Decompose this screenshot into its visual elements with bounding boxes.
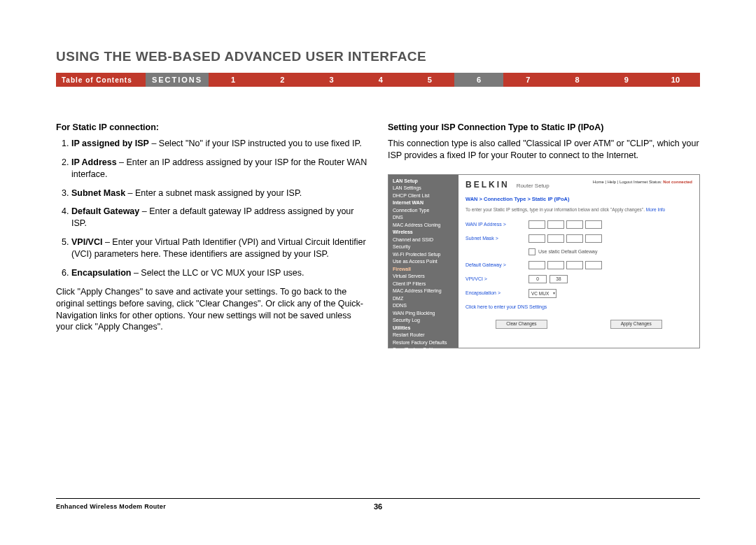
sidebar-item[interactable]: Internet WAN bbox=[393, 199, 454, 207]
sidebar-item[interactable]: Utilities bbox=[393, 325, 454, 332]
section-link-2[interactable]: 2 bbox=[258, 73, 307, 87]
wan-ip-octet[interactable] bbox=[566, 220, 583, 229]
section-link-3[interactable]: 3 bbox=[307, 73, 356, 87]
sidebar-item[interactable]: Wireless bbox=[393, 229, 454, 236]
sidebar-item[interactable]: Wi-Fi Protected Setup bbox=[393, 251, 454, 259]
section-link-7[interactable]: 7 bbox=[503, 73, 552, 87]
router-main: BELKIN Router Setup Home | Help | Logout… bbox=[458, 175, 699, 348]
wan-ip-octet[interactable] bbox=[528, 220, 545, 229]
right-heading: Setting your ISP Connection Type to Stat… bbox=[388, 122, 700, 134]
gateway-label: Default Gateway > bbox=[465, 262, 528, 268]
more-info-link[interactable]: More Info bbox=[646, 207, 665, 212]
sidebar-item[interactable]: Firewall bbox=[393, 266, 454, 274]
vpi-input[interactable]: 0 bbox=[528, 275, 547, 283]
section-link-8[interactable]: 8 bbox=[552, 73, 601, 87]
internet-status: Not connected bbox=[663, 180, 692, 184]
sidebar-item[interactable]: LAN Settings bbox=[393, 185, 454, 192]
instruction-item: VPI/VCI – Enter your Virtual Path Identi… bbox=[71, 236, 368, 260]
right-column: Setting your ISP Connection Type to Stat… bbox=[388, 122, 700, 348]
sidebar-item[interactable]: MAC Address Cloning bbox=[393, 222, 454, 229]
sidebar-item[interactable]: DMZ bbox=[393, 295, 454, 303]
subnet-octet[interactable] bbox=[566, 234, 583, 243]
instruction-item: Encapsulation – Select the LLC or VC MUX… bbox=[71, 267, 368, 279]
page-footer: Enhanced Wireless Modem Router 36 bbox=[56, 498, 700, 510]
left-after-text: Click "Apply Changes" to save and activa… bbox=[56, 286, 368, 334]
gateway-octet[interactable] bbox=[566, 261, 583, 269]
instruction-text: To enter your Static IP settings, type i… bbox=[465, 207, 692, 213]
subnet-octet[interactable] bbox=[585, 234, 602, 243]
static-gateway-checkbox[interactable] bbox=[528, 248, 536, 255]
sidebar-item[interactable]: Security bbox=[393, 243, 454, 251]
sidebar-item[interactable]: Restore Previous Settings bbox=[393, 354, 454, 362]
left-heading: For Static IP connection: bbox=[56, 122, 368, 134]
sidebar-item[interactable]: Virtual Servers bbox=[393, 273, 454, 281]
breadcrumb: WAN > Connection Type > Static IP (IPoA) bbox=[465, 196, 692, 203]
sidebar-item[interactable]: Save/Backup Settings bbox=[393, 346, 454, 354]
sidebar-item[interactable]: Use as Access Point bbox=[393, 258, 454, 266]
top-right-links[interactable]: Home | Help | Logout Internet Status: No… bbox=[593, 179, 692, 185]
section-navbar: Table of Contents SECTIONS 12345678910 bbox=[56, 73, 700, 87]
sidebar-item[interactable]: MAC Address Filtering bbox=[393, 288, 454, 295]
sidebar-item[interactable]: Firmware Update bbox=[393, 361, 454, 369]
sidebar-item[interactable]: DHCP Client List bbox=[393, 192, 454, 200]
section-link-1[interactable]: 1 bbox=[209, 73, 258, 87]
toc-link[interactable]: Table of Contents bbox=[56, 76, 146, 84]
page-title: USING THE WEB-BASED ADVANCED USER INTERF… bbox=[56, 49, 700, 64]
wan-ip-octet[interactable] bbox=[547, 220, 564, 229]
static-gateway-label: Use static Default Gateway bbox=[538, 248, 597, 255]
page-number: 36 bbox=[374, 502, 382, 511]
sidebar-item[interactable]: DDNS bbox=[393, 302, 454, 310]
sidebar-item[interactable]: Restore Factory Defaults bbox=[393, 339, 454, 347]
instruction-item: IP Address – Enter an IP address assigne… bbox=[71, 157, 368, 181]
gateway-octet[interactable] bbox=[528, 261, 545, 269]
instruction-item: Default Gateway – Enter a default gatewa… bbox=[71, 206, 368, 229]
section-link-4[interactable]: 4 bbox=[356, 73, 405, 87]
section-link-6[interactable]: 6 bbox=[454, 73, 503, 87]
router-sidebar: LAN SetupLAN SettingsDHCP Client ListInt… bbox=[388, 175, 458, 348]
left-column: For Static IP connection: IP assigned by… bbox=[56, 122, 368, 348]
encap-label: Encapsulation > bbox=[465, 290, 528, 296]
right-body: This connection type is also called "Cla… bbox=[388, 138, 700, 162]
sidebar-item[interactable]: Channel and SSID bbox=[393, 236, 454, 244]
sidebar-item[interactable]: WAN Ping Blocking bbox=[393, 310, 454, 318]
sidebar-item[interactable]: Client IP Filters bbox=[393, 281, 454, 288]
sidebar-item[interactable]: System Settings bbox=[393, 369, 454, 376]
clear-changes-button[interactable]: Clear Changes bbox=[496, 320, 547, 329]
router-screenshot: LAN SetupLAN SettingsDHCP Client ListInt… bbox=[388, 174, 700, 348]
gateway-octet[interactable] bbox=[547, 261, 564, 269]
brand-logo: BELKIN bbox=[465, 180, 510, 190]
wan-ip-label: WAN IP Address > bbox=[465, 221, 528, 227]
instruction-item: Subnet Mask – Enter a subnet mask assign… bbox=[71, 187, 368, 199]
footer-product: Enhanced Wireless Modem Router bbox=[56, 503, 166, 510]
subnet-octet[interactable] bbox=[528, 234, 545, 243]
sections-label: SECTIONS bbox=[146, 73, 209, 87]
apply-changes-button[interactable]: Apply Changes bbox=[610, 320, 662, 329]
sidebar-item[interactable]: Restart Router bbox=[393, 332, 454, 339]
sidebar-item[interactable]: Connection Type bbox=[393, 207, 454, 215]
vci-input[interactable]: 38 bbox=[550, 275, 568, 283]
sidebar-item[interactable]: DNS bbox=[393, 214, 454, 222]
brand-subtitle: Router Setup bbox=[517, 183, 550, 190]
vpivci-label: VPI/VCI > bbox=[465, 276, 528, 282]
section-link-9[interactable]: 9 bbox=[602, 73, 651, 87]
subnet-octet[interactable] bbox=[547, 234, 564, 243]
gateway-octet[interactable] bbox=[585, 261, 602, 269]
wan-ip-octet[interactable] bbox=[585, 220, 602, 229]
section-link-5[interactable]: 5 bbox=[405, 73, 454, 87]
sidebar-item[interactable]: LAN Setup bbox=[393, 178, 454, 185]
section-link-10[interactable]: 10 bbox=[651, 73, 700, 87]
instruction-item: IP assigned by ISP – Select "No" if your… bbox=[71, 138, 368, 150]
dns-link[interactable]: Click here to enter your DNS Settings bbox=[465, 304, 692, 310]
subnet-label: Subnet Mask > bbox=[465, 235, 528, 241]
encap-select[interactable]: VC MUX bbox=[528, 289, 556, 298]
sidebar-item[interactable]: Security Log bbox=[393, 317, 454, 325]
